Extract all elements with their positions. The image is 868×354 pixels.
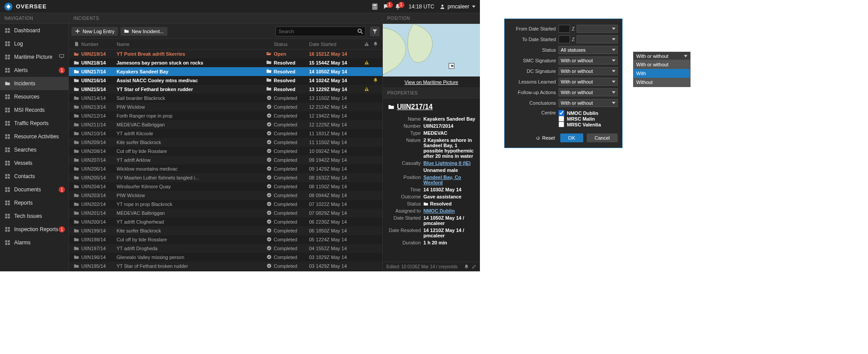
cancel-button[interactable]: Cancel xyxy=(587,133,618,142)
ok-button[interactable]: OK xyxy=(560,133,583,142)
sidebar-item-documents[interactable]: Documents1 xyxy=(0,183,68,196)
col-name[interactable]: Name xyxy=(117,42,264,47)
table-row[interactable]: UIIN207/14YT adrift ArklowCompleted09 19… xyxy=(69,156,382,164)
table-row[interactable]: UIIN194/14Sail boarder BlackrockComplete… xyxy=(69,270,382,271)
link-icon[interactable] xyxy=(472,264,476,269)
table-row[interactable]: UIIN203/14PIW WicklowCompleted08 0944Z M… xyxy=(69,191,382,200)
sidebar-item-alarms[interactable]: Alarms xyxy=(0,236,68,249)
table-row[interactable]: UIIN216/14Assist NACC Cooley mtns mediva… xyxy=(69,76,382,85)
centre-checkbox[interactable]: MRSC Malin xyxy=(559,116,618,122)
dropdown-option[interactable]: With or without xyxy=(634,60,690,69)
reset-button[interactable]: Reset xyxy=(509,135,555,141)
sidebar-item-traffic-reports[interactable]: Traffic Reports xyxy=(0,117,68,130)
followup-select[interactable]: With or without xyxy=(559,88,618,96)
from-date-select[interactable] xyxy=(577,25,618,33)
table-row[interactable]: UIIN206/14Wicklow mountains medivacCompl… xyxy=(69,164,382,173)
row-folder-icon xyxy=(72,228,81,233)
smc-select[interactable]: With or without xyxy=(559,57,618,65)
dc-select[interactable]: With or without xyxy=(559,67,618,75)
checkbox-input[interactable] xyxy=(559,122,564,127)
new-incident-button[interactable]: New Incident... xyxy=(121,27,167,36)
table-row[interactable]: UIIN218/14Jamesons bay person stuck on r… xyxy=(69,58,382,67)
table-row[interactable]: UIIN204/14Windsurfer Kilmore QuayComplet… xyxy=(69,182,382,191)
chat-icon[interactable]: 1 xyxy=(381,1,392,12)
bell-icon[interactable] xyxy=(464,264,469,269)
folder-icon xyxy=(4,80,11,87)
map[interactable]: ⚑ xyxy=(383,24,480,77)
table-row[interactable]: UIIN209/14Kite surfer BlackrockCompleted… xyxy=(69,138,382,147)
dc-label: DC Signature xyxy=(509,69,556,74)
checkbox-input[interactable] xyxy=(559,110,564,116)
view-on-maritime-link[interactable]: View on Maritime Picture xyxy=(404,80,458,85)
table-row[interactable]: UIIN211/14MEDEVAC BalbrigganCompleted12 … xyxy=(69,120,382,129)
dropdown-selected[interactable]: With or without xyxy=(634,52,690,60)
calculator-icon[interactable] xyxy=(369,1,381,12)
table-row[interactable]: UIIN201/14MEDEVAC BalbrigganCompleted07 … xyxy=(69,209,382,217)
table-row[interactable]: UIIN215/14YT Star of Fethard broken rudd… xyxy=(69,85,382,94)
table-row[interactable]: UIIN198/14Cut off by tide RosslareComple… xyxy=(69,235,382,244)
table-row[interactable]: UIIN196/14Glenealo Valley missing person… xyxy=(69,253,382,262)
sidebar-item-searches[interactable]: Searches xyxy=(0,143,68,156)
sidebar-item-reports[interactable]: Reports xyxy=(0,196,68,209)
table-row[interactable]: UIIN197/14YT adrift DroghedaCompleted04 … xyxy=(69,244,382,253)
row-status-icon xyxy=(264,228,274,234)
table-row[interactable]: UIIN195/14YT Star of Fethard broken rudd… xyxy=(69,262,382,270)
table-row[interactable]: UIIN200/14YT adrift ClogherheadCompleted… xyxy=(69,217,382,226)
new-log-entry-button[interactable]: New Log Entry xyxy=(72,27,118,36)
col-number[interactable]: Number xyxy=(81,42,117,47)
user-menu[interactable]: pmcaleer xyxy=(440,4,476,10)
from-date-input[interactable] xyxy=(559,25,570,33)
filter-button[interactable] xyxy=(370,27,380,36)
chevron-down-icon xyxy=(612,59,615,62)
table-row[interactable]: UIIN199/14Kite surfer BlackrockCompleted… xyxy=(69,226,382,235)
col-status[interactable]: Status xyxy=(274,42,309,47)
row-status-icon xyxy=(264,86,274,92)
col-date[interactable]: Date Started xyxy=(309,42,362,47)
prop-link[interactable]: Sandeel Bay, Co Wexford xyxy=(423,175,461,185)
check-icon xyxy=(267,193,272,198)
sidebar-item-dashboard[interactable]: Dashboard xyxy=(0,24,68,37)
sidebar-item-resource-activities[interactable]: Resource Activities xyxy=(0,130,68,143)
prop-link[interactable]: NMOC Dublin xyxy=(423,208,455,213)
clock: 14:18 UTC xyxy=(409,4,434,10)
sidebar-item-log[interactable]: Log xyxy=(0,37,68,50)
checkbox-input[interactable] xyxy=(559,116,564,122)
sidebar-item-resources[interactable]: Resources xyxy=(0,90,68,103)
row-status-icon xyxy=(264,255,274,260)
bell-icon xyxy=(373,78,378,84)
sidebar-item-msi-records[interactable]: MSI Records xyxy=(0,103,68,117)
table-row[interactable]: UIIN205/14FV Maarten Luther fishnets tan… xyxy=(69,173,382,182)
sidebar-item-contacts[interactable]: Contacts xyxy=(0,170,68,183)
table-row[interactable]: UIIN210/14YT adrift KilcooleCompleted11 … xyxy=(69,129,382,138)
sidebar-item-maritime-picture[interactable]: Maritime Picture xyxy=(0,50,68,64)
row-name: Glenealo Valley missing person xyxy=(117,255,264,260)
prop-link[interactable]: Blue Lightning II (IE) xyxy=(423,160,471,166)
status-select[interactable]: All statuses xyxy=(559,46,618,54)
table-row[interactable]: UIIN212/14Forth Ranger rope in propCompl… xyxy=(69,111,382,120)
sidebar-item-alerts[interactable]: Alerts1 xyxy=(0,64,68,77)
row-folder-icon xyxy=(72,255,81,260)
sidebar-item-inspection-reports[interactable]: Inspection Reports1 xyxy=(0,223,68,236)
sidebar-item-tech-issues[interactable]: Tech Issues xyxy=(0,209,68,223)
dropdown-option[interactable]: Without xyxy=(634,78,690,87)
table-row[interactable]: UIIN217/14Kayakers Sandeel BayResolved14… xyxy=(69,67,382,76)
table-row[interactable]: UIIN208/14Cut off by tide RosslareComple… xyxy=(69,147,382,156)
table-row[interactable]: UIIN213/14PIW WicklowCompleted12 2124Z M… xyxy=(69,103,382,111)
search-button[interactable] xyxy=(355,27,365,36)
bell-icon[interactable]: 1 xyxy=(392,1,404,12)
sidebar-item-vessels[interactable]: Vessels xyxy=(0,156,68,170)
centre-checkbox[interactable]: NMOC Dublin xyxy=(559,110,618,116)
to-date-input[interactable] xyxy=(559,35,570,43)
centre-label: NMOC Dublin xyxy=(567,110,598,116)
conclusions-select[interactable]: With or without xyxy=(559,99,618,107)
to-date-select[interactable] xyxy=(577,35,618,43)
properties-ref[interactable]: UIIN217/14 xyxy=(388,103,476,111)
centre-checkbox[interactable]: MRSC Valentia xyxy=(559,122,618,127)
table-row[interactable]: UIIN219/14YT Point Break adrift Skerries… xyxy=(69,49,382,58)
table-row[interactable]: UIIN202/14YT rope in prop BlackrockCompl… xyxy=(69,200,382,209)
dropdown-option[interactable]: With xyxy=(634,69,690,78)
search-input[interactable] xyxy=(276,29,355,34)
lessons-select[interactable]: With or without xyxy=(559,78,618,86)
table-row[interactable]: UIIN214/14Sail boarder BlackrockComplete… xyxy=(69,94,382,103)
sidebar-item-incidents[interactable]: Incidents xyxy=(0,77,68,90)
